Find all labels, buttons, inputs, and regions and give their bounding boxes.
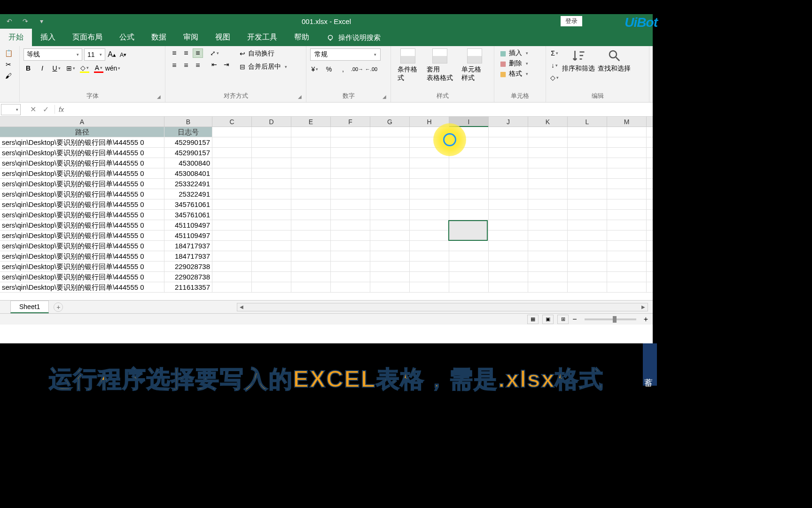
cell[interactable] [291,137,331,147]
cell[interactable]: 451109497 [164,230,212,240]
wrap-text-button[interactable]: ↩自动换行 [238,48,289,59]
sort-filter-button[interactable]: 排序和筛选 [562,48,595,73]
cell[interactable] [370,189,410,199]
cell[interactable] [212,251,252,261]
cell[interactable] [607,251,647,261]
cell[interactable] [489,189,528,199]
cell[interactable] [449,179,489,189]
cell[interactable] [252,168,291,178]
cell[interactable] [607,148,647,158]
cell[interactable] [410,220,449,230]
font-size-select[interactable]: 11▾ [84,48,105,61]
cell[interactable] [489,168,528,178]
cell[interactable] [291,189,331,199]
cut-icon[interactable]: ✂ [4,60,13,69]
table-header-cell[interactable] [568,127,607,137]
cell[interactable] [528,272,568,282]
scroll-left-icon[interactable]: ◀ [237,304,246,310]
align-right-icon[interactable]: ≡ [193,61,203,70]
cell[interactable] [607,137,647,147]
cell[interactable] [331,199,370,209]
cell[interactable]: sers\qin\Desktop\要识别的银行回单\444555 0 [0,272,164,282]
cell[interactable] [370,210,410,220]
cell[interactable]: 184717937 [164,251,212,261]
cell[interactable]: 345761061 [164,210,212,220]
clear-icon[interactable]: ◇▾ [550,73,559,82]
zoom-slider[interactable] [585,318,636,320]
number-dialog-launcher[interactable]: ◢ [383,94,389,101]
tab-help[interactable]: 帮助 [286,29,318,46]
cell[interactable] [212,179,252,189]
cell[interactable] [291,262,331,271]
cell[interactable] [370,241,410,251]
cell[interactable] [607,241,647,251]
merge-center-button[interactable]: ⊟合并后居中▾ [238,62,289,72]
cell[interactable] [291,282,331,292]
cell[interactable] [252,158,291,168]
cell[interactable] [489,199,528,209]
cell[interactable] [331,220,370,230]
cell[interactable] [212,199,252,209]
cell[interactable] [528,241,568,251]
cell[interactable] [449,199,489,209]
cell[interactable] [607,230,647,240]
cell[interactable] [252,148,291,158]
cell[interactable]: sers\qin\Desktop\要识别的银行回单\444555 0 [0,168,164,178]
cell[interactable]: sers\qin\Desktop\要识别的银行回单\444555 0 [0,220,164,230]
cell[interactable] [331,148,370,158]
orientation-icon[interactable]: ⤢▾ [210,48,219,58]
paste-icon[interactable]: 📋 [4,48,13,58]
cell[interactable]: sers\qin\Desktop\要识别的银行回单\444555 0 [0,199,164,209]
cell[interactable] [410,262,449,271]
cell[interactable] [252,199,291,209]
cell[interactable] [489,262,528,271]
cell[interactable] [291,148,331,158]
cell[interactable] [370,272,410,282]
cell[interactable]: sers\qin\Desktop\要识别的银行回单\444555 0 [0,137,164,147]
italic-button[interactable]: I [38,64,47,73]
cell[interactable] [568,210,607,220]
cell[interactable] [489,137,528,147]
cell[interactable]: 345761061 [164,199,212,209]
cell[interactable] [252,251,291,261]
cell[interactable] [291,179,331,189]
column-header[interactable]: E [291,117,331,127]
cell[interactable] [370,230,410,240]
cell[interactable] [212,282,252,292]
percent-format-icon[interactable]: % [324,64,334,74]
page-break-view-icon[interactable]: ⊞ [557,315,569,324]
cell[interactable] [449,210,489,220]
table-header-cell[interactable]: 日志号 [164,127,212,137]
cell[interactable] [528,230,568,240]
cell[interactable] [410,168,449,178]
cell[interactable] [212,272,252,282]
cell[interactable]: sers\qin\Desktop\要识别的银行回单\444555 0 [0,262,164,271]
add-sheet-button[interactable]: + [54,302,63,312]
cell[interactable] [528,158,568,168]
align-top-icon[interactable]: ≡ [169,48,180,58]
cell[interactable] [291,168,331,178]
align-center-icon[interactable]: ≡ [181,61,191,70]
cell[interactable] [291,220,331,230]
cell[interactable] [331,230,370,240]
column-header[interactable]: B [164,117,212,127]
cell[interactable] [449,272,489,282]
cell[interactable] [410,230,449,240]
cell[interactable]: 211613357 [164,282,212,292]
font-dialog-launcher[interactable]: ◢ [157,94,164,101]
cell[interactable] [489,210,528,220]
cell[interactable] [489,158,528,168]
column-header[interactable]: C [212,117,252,127]
fill-color-button[interactable]: ◇▾ [80,64,89,73]
undo-icon[interactable]: ↶ [5,16,14,26]
cell[interactable]: sers\qin\Desktop\要识别的银行回单\444555 0 [0,251,164,261]
tab-view[interactable]: 视图 [207,29,239,46]
cell[interactable] [291,241,331,251]
cell[interactable]: 452990157 [164,137,212,147]
cell[interactable]: 229028738 [164,262,212,271]
cell[interactable] [568,282,607,292]
bold-button[interactable]: B [23,64,33,73]
comma-format-icon[interactable]: , [338,64,348,74]
cell[interactable] [252,230,291,240]
cell[interactable] [528,137,568,147]
